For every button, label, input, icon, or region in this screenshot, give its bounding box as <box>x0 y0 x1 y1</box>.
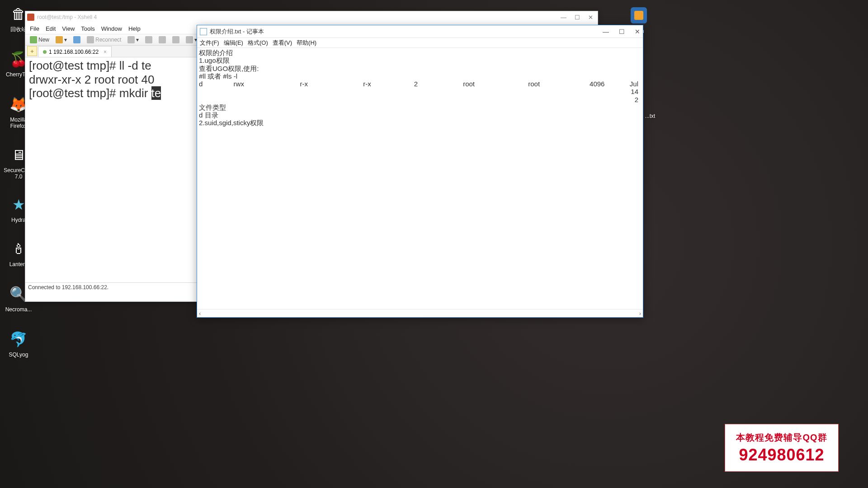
notepad-titlebar[interactable]: 权限介绍.txt - 记事本 — ☐ ✕ <box>197 25 643 38</box>
reconnect-icon <box>87 36 94 43</box>
toolbar-props-button[interactable]: ▾ <box>126 35 141 44</box>
terminal-line: [root@test tmp]# mkdir <box>29 86 151 100</box>
minimize-button[interactable]: — <box>603 28 609 35</box>
copy-icon <box>145 36 152 43</box>
notepad-scrollbar[interactable]: ‹ › <box>197 309 643 317</box>
text-line: 1.ugo权限 <box>199 56 641 64</box>
vmware-icon <box>628 5 650 26</box>
paste-icon <box>159 36 166 43</box>
xshell-app-icon <box>27 14 34 21</box>
props-icon <box>127 36 135 43</box>
toolbar-find-button[interactable] <box>170 35 181 44</box>
terminal-line: drwxr-xr-x 2 root root 40 <box>29 73 154 86</box>
toolbar-reconnect-button[interactable]: Reconnect <box>85 35 123 44</box>
scroll-right-icon[interactable]: › <box>639 310 641 317</box>
menu-file[interactable]: File <box>30 25 39 32</box>
promo-line2: 924980612 <box>739 446 824 465</box>
desktop-icon-sqlyog[interactable]: 🐬SQLyog <box>3 329 34 358</box>
text-line: 权限的介绍 <box>199 49 641 56</box>
session-tab[interactable]: 1 192.168.100.66:22 × <box>38 46 112 57</box>
notepad-title: 权限介绍.txt - 记事本 <box>210 28 264 36</box>
link-icon <box>73 36 80 43</box>
menu-file[interactable]: 文件(F) <box>200 39 219 47</box>
menu-edit[interactable]: Edit <box>46 25 56 32</box>
menu-window[interactable]: Window <box>101 25 122 32</box>
notepad-app-icon <box>200 28 207 35</box>
print-icon <box>186 36 193 43</box>
menu-tools[interactable]: Tools <box>81 25 94 32</box>
minimize-button[interactable]: — <box>561 14 566 21</box>
maximize-button[interactable]: ☐ <box>619 28 625 35</box>
status-dot-icon <box>43 50 47 54</box>
toolbar-link-button[interactable] <box>71 35 82 44</box>
close-button[interactable]: ✕ <box>588 14 593 21</box>
maximize-button[interactable]: ☐ <box>575 14 580 21</box>
menu-view[interactable]: View <box>62 25 75 32</box>
session-tab-label: 1 192.168.100.66:22 <box>49 49 99 55</box>
text-line: 查看UGO权限,使用: <box>199 65 641 72</box>
menu-help[interactable]: 帮助(H) <box>297 39 316 47</box>
folder-icon <box>56 36 63 43</box>
terminal-line: [root@test tmp]# ll -d te <box>29 59 151 72</box>
svg-rect-1 <box>634 11 643 20</box>
text-line: 2.suid,sgid,sticky权限 <box>199 119 641 127</box>
desktop: 🗑回收站 🍒CherryTr... 🦊Mozilla Firefox 🖥Secu… <box>0 0 868 488</box>
text-line: 文件类型 <box>199 103 641 111</box>
notepad-window: 权限介绍.txt - 记事本 — ☐ ✕ 文件(F) 编辑(E) 格式(O) 查… <box>197 25 643 318</box>
text-columns-row: d rwx r-x r-x 2 root root 4096 Jul 14 2 <box>199 80 641 103</box>
xshell-title: root@test:/tmp - Xshell 4 <box>37 14 97 20</box>
menu-help[interactable]: Help <box>128 25 141 32</box>
find-icon <box>172 36 179 43</box>
new-icon <box>30 36 37 43</box>
close-tab-icon[interactable]: × <box>104 49 107 55</box>
toolbar-new-button[interactable]: New <box>28 35 51 44</box>
promo-line1: 本教程免费辅导QQ群 <box>736 432 827 444</box>
notepad-textarea[interactable]: 权限的介绍 1.ugo权限 查看UGO权限,使用: #ll 或者 #ls -l … <box>197 48 643 309</box>
notepad-menubar: 文件(F) 编辑(E) 格式(O) 查看(V) 帮助(H) <box>197 38 643 48</box>
scroll-left-icon[interactable]: ‹ <box>199 310 201 317</box>
toolbar-paste-button[interactable] <box>157 35 168 44</box>
terminal-cursor: te <box>151 86 161 100</box>
close-button[interactable]: ✕ <box>635 28 640 35</box>
promo-box: 本教程免费辅导QQ群 924980612 <box>725 424 839 472</box>
menu-view[interactable]: 查看(V) <box>273 39 292 47</box>
toolbar-open-button[interactable]: ▾ <box>54 35 69 44</box>
text-line: d 目录 <box>199 111 641 119</box>
text-line: #ll 或者 #ls -l <box>199 72 641 80</box>
toolbar-copy-button[interactable] <box>143 35 154 44</box>
menu-format[interactable]: 格式(O) <box>248 39 268 47</box>
new-tab-button[interactable]: + <box>27 46 37 56</box>
xshell-titlebar[interactable]: root@test:/tmp - Xshell 4 — ☐ ✕ <box>25 11 598 23</box>
menu-edit[interactable]: 编辑(E) <box>224 39 243 47</box>
desktop-edge-txt[interactable]: ...txt <box>641 113 659 119</box>
